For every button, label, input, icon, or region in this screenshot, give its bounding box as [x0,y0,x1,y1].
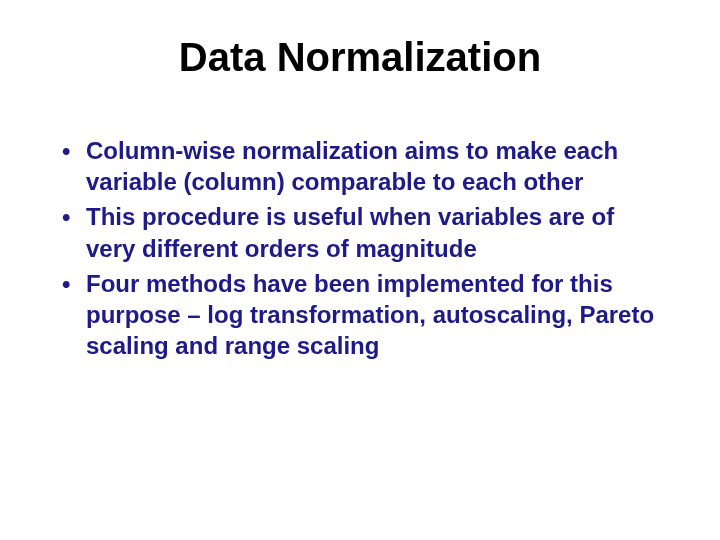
bullet-item: This procedure is useful when variables … [58,201,670,263]
slide-title: Data Normalization [50,35,670,80]
bullet-item: Four methods have been implemented for t… [58,268,670,362]
bullet-list: Column-wise normalization aims to make e… [50,135,670,361]
bullet-item: Column-wise normalization aims to make e… [58,135,670,197]
